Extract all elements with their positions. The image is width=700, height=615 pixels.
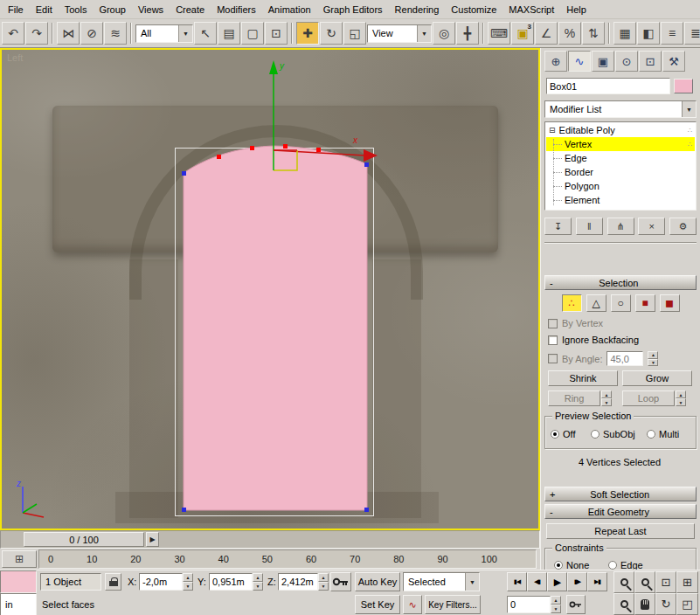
reference-coordsys-dropdown[interactable]: View ▼ — [367, 24, 432, 43]
spinner-down-icon[interactable]: ▼ — [601, 398, 612, 406]
stack-item-border[interactable]: Border — [546, 165, 695, 179]
radio-icon[interactable] — [591, 430, 600, 439]
selection-filter-dropdown[interactable]: All ▼ — [135, 24, 193, 43]
spinner-up-icon[interactable]: ▲ — [551, 596, 561, 605]
window-crossing-icon[interactable]: ⊡ — [265, 22, 288, 45]
menu-group[interactable]: Group — [93, 1, 132, 18]
named-selection-sets-icon[interactable]: ▦ — [613, 22, 636, 45]
loop-spinner[interactable]: ▲ ▼ — [676, 390, 686, 406]
layer-manager-icon[interactable]: ≣ — [684, 22, 700, 45]
transform-gizmo[interactable]: y x — [203, 57, 386, 179]
editable-poly-object[interactable] — [171, 140, 374, 515]
make-unique-icon[interactable]: ⋔ — [607, 218, 634, 235]
next-frame-icon[interactable]: ▮▶ — [567, 572, 587, 591]
spinner-up-icon[interactable]: ▲ — [601, 390, 612, 398]
spinner-down-icon[interactable]: ▼ — [183, 582, 193, 591]
vertex-mode-icon[interactable]: ∴ — [562, 294, 582, 312]
object-color-swatch[interactable] — [674, 79, 693, 93]
polygon-mode-icon[interactable]: ■ — [635, 294, 655, 312]
radio-icon[interactable] — [551, 430, 559, 439]
radio-icon[interactable] — [608, 561, 617, 570]
shrink-button[interactable]: Shrink — [548, 370, 618, 386]
key-filters-button[interactable]: Key Filters... — [425, 595, 481, 614]
tab-utilities-icon[interactable]: ⚒ — [662, 51, 685, 72]
edge-mode-icon[interactable]: △ — [586, 294, 606, 312]
gizmo-plane-handle[interactable] — [274, 150, 297, 170]
menu-edit[interactable]: Edit — [30, 1, 59, 18]
maxscript-mini-listener[interactable]: in — [0, 593, 37, 615]
chevron-down-icon[interactable]: ▼ — [417, 25, 431, 42]
angle-snap-icon[interactable]: ∠ — [535, 22, 558, 45]
repeat-last-button[interactable]: Repeat Last — [546, 523, 695, 539]
object-name-field[interactable] — [546, 78, 670, 94]
preview-subobj-radio[interactable]: SubObj — [591, 429, 635, 439]
keyboard-override-icon[interactable]: ⌨ — [488, 22, 510, 45]
default-tangent-icon[interactable]: ∿ — [403, 595, 422, 614]
z-coord-field[interactable] — [278, 573, 318, 591]
gizmo-y-arrowhead[interactable] — [269, 60, 278, 74]
spinner-down-icon[interactable]: ▼ — [551, 605, 561, 613]
viewport-label[interactable]: Left — [7, 52, 23, 63]
menu-views[interactable]: Views — [132, 1, 170, 18]
pin-stack-icon[interactable]: ↧ — [544, 218, 572, 235]
maximize-viewport-icon[interactable]: ◰ — [676, 593, 698, 615]
selection-rollout-header[interactable]: - Selection — [544, 275, 697, 290]
spinner-up-icon[interactable]: ▲ — [648, 351, 658, 359]
zoom-extents-icon[interactable]: ⊡ — [655, 571, 676, 593]
select-and-link-icon[interactable]: ⋈ — [57, 22, 80, 45]
tab-hierarchy-icon[interactable]: ▣ — [592, 51, 614, 72]
border-mode-icon[interactable]: ○ — [611, 294, 631, 312]
zoom-extents-all-icon[interactable]: ⊞ — [676, 571, 698, 593]
soft-selection-rollout-header[interactable]: + Soft Selection — [544, 487, 697, 501]
gizmo-x-axis[interactable] — [274, 150, 365, 155]
menu-rendering[interactable]: Rendering — [389, 1, 446, 18]
frame-spinner[interactable]: ▲ ▼ — [551, 596, 561, 613]
spinner-down-icon[interactable]: ▼ — [648, 359, 658, 367]
key-mode-toggle-icon[interactable] — [566, 595, 586, 614]
chevron-down-icon[interactable]: ▼ — [178, 25, 192, 42]
loop-button[interactable]: Loop — [622, 390, 675, 406]
stack-item-edge[interactable]: Edge — [546, 151, 695, 165]
stack-item-polygon[interactable]: Polygon — [546, 179, 695, 193]
element-mode-icon[interactable]: ◼ — [660, 294, 680, 312]
menu-customize[interactable]: Customize — [445, 1, 502, 18]
by-angle-checkbox[interactable] — [548, 354, 558, 363]
menu-tools[interactable]: Tools — [59, 1, 94, 18]
bind-to-spacewarp-icon[interactable]: ≋ — [104, 22, 127, 45]
stack-item-vertex[interactable]: Vertex ∴ — [546, 137, 695, 151]
ring-spinner[interactable]: ▲ ▼ — [601, 390, 612, 406]
mini-curve-editor-icon[interactable]: ⊞ — [2, 550, 37, 568]
redo-icon[interactable]: ↷ — [25, 22, 48, 45]
stack-item-editable-poly[interactable]: ⊟ Editable Poly ∴ — [546, 123, 695, 137]
tab-display-icon[interactable]: ⊡ — [639, 51, 662, 72]
undo-icon[interactable]: ↶ — [2, 22, 24, 45]
track-bar-ruler[interactable]: 0 10 20 30 40 50 60 70 80 90 100 — [38, 549, 537, 569]
menu-help[interactable]: Help — [560, 1, 593, 18]
selection-lock-icon[interactable] — [105, 573, 121, 591]
snap-toggle-icon[interactable]: ▣3 — [511, 22, 534, 45]
select-object-icon[interactable]: ↖ — [194, 22, 217, 45]
show-end-result-icon[interactable]: ‖ — [576, 218, 603, 235]
collapse-icon[interactable]: ⊟ — [549, 126, 556, 135]
play-animation-icon[interactable]: ▶ — [547, 572, 567, 591]
menu-file[interactable]: File — [2, 1, 30, 18]
preview-off-radio[interactable]: Off — [551, 429, 575, 439]
tab-motion-icon[interactable]: ⊙ — [615, 51, 638, 72]
x-coord-field[interactable] — [139, 573, 183, 591]
pan-view-icon[interactable] — [634, 593, 655, 615]
y-coord-field[interactable] — [209, 573, 253, 591]
tab-create-icon[interactable]: ⊕ — [544, 51, 567, 72]
configure-modifier-sets-icon[interactable]: ⚙ — [669, 218, 697, 235]
ring-button[interactable]: Ring — [548, 390, 600, 406]
next-frame-arrow[interactable]: ▶ — [146, 532, 159, 547]
by-vertex-checkbox[interactable] — [548, 319, 558, 328]
unlink-selection-icon[interactable]: ⊘ — [80, 22, 103, 45]
spinner-up-icon[interactable]: ▲ — [676, 390, 686, 398]
select-by-name-icon[interactable]: ▤ — [218, 22, 240, 45]
grow-button[interactable]: Grow — [622, 370, 692, 386]
poly-face[interactable] — [184, 146, 367, 510]
percent-snap-icon[interactable]: % — [558, 22, 581, 45]
maxscript-macro-recorder[interactable] — [0, 570, 37, 593]
edit-geometry-rollout-header[interactable]: - Edit Geometry — [544, 504, 697, 519]
previous-frame-icon[interactable]: ◀▮ — [527, 572, 547, 591]
